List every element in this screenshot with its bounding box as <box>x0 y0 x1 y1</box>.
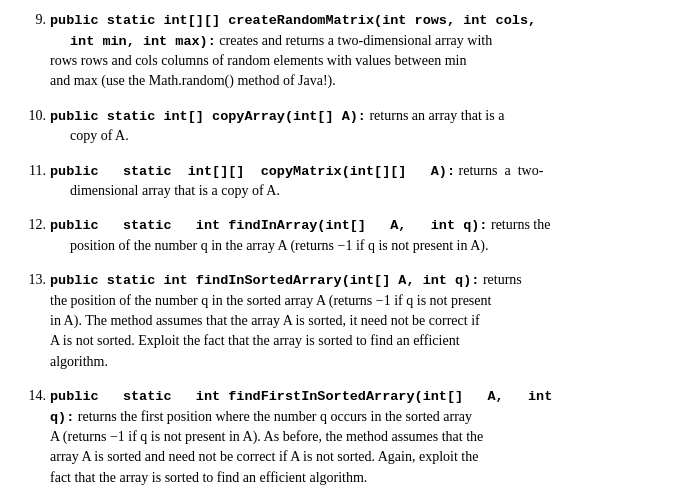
item14-line2: q): returns the first position where the… <box>50 407 680 428</box>
item-number-10: 10. <box>20 106 50 147</box>
item-number-13: 13. <box>20 270 50 372</box>
item14-line5: fact that the array is sorted to find an… <box>50 468 680 488</box>
item14-line4: array A is sorted and need not be correc… <box>50 447 680 467</box>
item14-line1: public static int findFirstInSortedArrar… <box>50 386 680 407</box>
item13-line2: the position of the number q in the sort… <box>50 291 680 311</box>
item-number-9: 9. <box>20 10 50 92</box>
item-content-13: public static int findInSortedArrary(int… <box>50 270 680 372</box>
item13-line1: public static int findInSortedArrary(int… <box>50 270 680 291</box>
list-item-12: 12. public static int findInArray(int[] … <box>20 215 680 256</box>
item13-line5: algorithm. <box>50 352 680 372</box>
list-item-11: 11. public static int[][] copyMatrix(int… <box>20 161 680 202</box>
item13-line3: in A). The method assumes that the array… <box>50 311 680 331</box>
item-number-12: 12. <box>20 215 50 256</box>
list-item-14: 14. public static int findFirstInSortedA… <box>20 386 680 488</box>
item9-line1: public static int[][] createRandomMatrix… <box>50 10 680 31</box>
item-number-14: 14. <box>20 386 50 488</box>
list-item-10: 10. public static int[] copyArray(int[] … <box>20 106 680 147</box>
item12-line1: public static int findInArray(int[] A, i… <box>50 215 680 236</box>
item-content-14: public static int findFirstInSortedArrar… <box>50 386 680 488</box>
list-item-13: 13. public static int findInSortedArrary… <box>20 270 680 372</box>
item9-line2: int min, int max): creates and returns a… <box>50 31 680 52</box>
item11-line2: dimensional array that is a copy of A. <box>50 181 680 201</box>
item12-line2: position of the number q in the array A … <box>50 236 680 256</box>
item14-line3: A (returns −1 if q is not present in A).… <box>50 427 680 447</box>
item-content-9: public static int[][] createRandomMatrix… <box>50 10 680 92</box>
item9-line3: rows rows and cols columns of random ele… <box>50 51 680 71</box>
item11-line1: public static int[][] copyMatrix(int[][]… <box>50 161 680 182</box>
item-content-10: public static int[] copyArray(int[] A): … <box>50 106 680 147</box>
item9-line4: and max (use the Math.random() method of… <box>50 71 680 91</box>
item-content-12: public static int findInArray(int[] A, i… <box>50 215 680 256</box>
item10-line2: copy of A. <box>50 126 680 146</box>
item-number-11: 11. <box>20 161 50 202</box>
item10-line1: public static int[] copyArray(int[] A): … <box>50 106 680 127</box>
item-content-11: public static int[][] copyMatrix(int[][]… <box>50 161 680 202</box>
item13-line4: A is not sorted. Exploit the fact that t… <box>50 331 680 351</box>
list-item-9: 9. public static int[][] createRandomMat… <box>20 10 680 92</box>
